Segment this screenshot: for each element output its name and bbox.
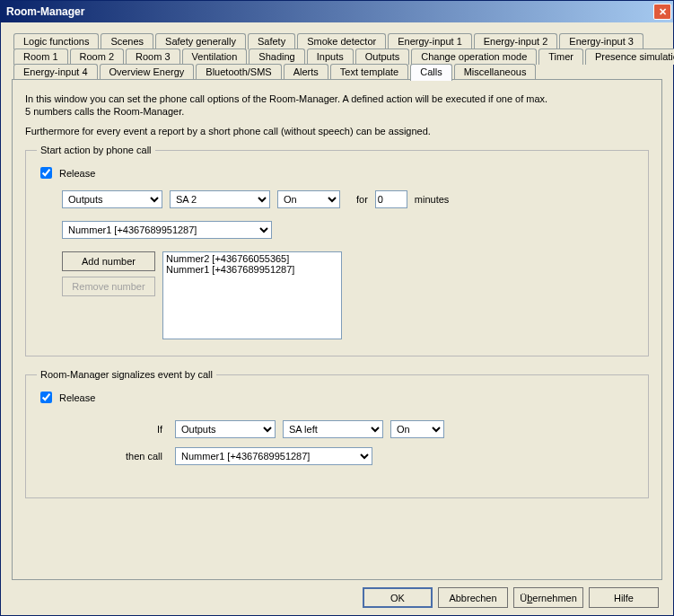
tab-timer[interactable]: Timer [538, 48, 583, 65]
desc-line-2: 5 numbers calls the Room-Manager. [25, 105, 649, 118]
list-item[interactable]: Nummer1 [+4367689951287] [164, 264, 340, 275]
tab-inputs[interactable]: Inputs [307, 48, 354, 65]
release-checkbox-1[interactable]: Release [37, 164, 637, 181]
then-label: then call [91, 451, 162, 462]
help-button[interactable]: Hilfe [589, 587, 659, 608]
tab-ventilation[interactable]: Ventilation [182, 48, 248, 65]
action-row: Outputs SA 2 On for minutes [62, 190, 637, 208]
legend-signalize-event: Room-Manager signalizes event by call [37, 369, 216, 380]
desc-line-3: Furthermore for every event a report by … [25, 125, 649, 137]
tab-room-2[interactable]: Room 2 [70, 48, 125, 65]
then-row: then call Nummer1 [+4367689951287] [91, 447, 637, 465]
number-select-row: Nummer1 [+4367689951287] [62, 221, 637, 239]
release-input-2[interactable] [40, 392, 52, 403]
tab-presence-simulation[interactable]: Presence simulation [585, 48, 674, 65]
tab-energy-input-2[interactable]: Energy-input 2 [474, 33, 558, 49]
titlebar: Room-Manager ✕ [1, 1, 673, 22]
window-title: Room-Manager [6, 5, 84, 18]
desc-line-1: In this window you can set the phone cal… [25, 92, 649, 105]
number-buttons: Add number Remove number [62, 251, 155, 296]
client-area: Logic functionsScenesSafety generallySaf… [1, 22, 673, 615]
tab-row-2: Room 1Room 2Room 3VentilationShadingInpu… [12, 48, 662, 65]
if-target-select[interactable]: SA left [283, 420, 383, 438]
number-list-row: Add number Remove number Nummer2 [+43676… [62, 251, 637, 339]
minutes-input[interactable] [375, 190, 407, 208]
tab-room-3[interactable]: Room 3 [126, 48, 180, 65]
number-listbox[interactable]: Nummer2 [+436766055365]Nummer1 [+4367689… [162, 251, 342, 339]
if-label: If [91, 424, 162, 435]
apply-button[interactable]: Übernehmen [513, 587, 583, 608]
tab-energy-input-1[interactable]: Energy-input 1 [388, 33, 472, 49]
tab-energy-input-3[interactable]: Energy-input 3 [559, 33, 643, 49]
tab-change-operation-mode[interactable]: Change operation mode [411, 48, 537, 65]
tab-content-calls: In this window you can set the phone cal… [12, 79, 662, 580]
tab-smoke-detector[interactable]: Smoke detector [297, 33, 386, 49]
number-select[interactable]: Nummer1 [+4367689951287] [62, 221, 272, 239]
release-checkbox-2[interactable]: Release [37, 389, 637, 406]
tab-safety[interactable]: Safety [248, 33, 295, 49]
action-category-select[interactable]: Outputs [62, 190, 162, 208]
then-number-select[interactable]: Nummer1 [+4367689951287] [175, 447, 372, 465]
ok-button[interactable]: OK [363, 587, 433, 608]
tab-rows: Logic functionsScenesSafety generallySaf… [12, 33, 662, 80]
dialog-buttons: OK Abbrechen Übernehmen Hilfe [12, 580, 662, 608]
tab-row-1: Logic functionsScenesSafety generallySaf… [12, 33, 662, 49]
tab-safety-generally[interactable]: Safety generally [155, 33, 246, 49]
cancel-button[interactable]: Abbrechen [438, 587, 508, 608]
tab-logic-functions[interactable]: Logic functions [13, 33, 99, 49]
tab-outputs[interactable]: Outputs [355, 48, 410, 65]
if-category-select[interactable]: Outputs [175, 420, 276, 438]
action-target-select[interactable]: SA 2 [170, 190, 270, 208]
for-label: for [356, 194, 368, 205]
description: In this window you can set the phone cal… [25, 92, 649, 118]
if-row: If Outputs SA left On [91, 420, 637, 438]
add-number-button[interactable]: Add number [62, 251, 155, 271]
tab-room-1[interactable]: Room 1 [13, 48, 68, 65]
list-item[interactable]: Nummer2 [+436766055365] [164, 253, 340, 264]
release-label-1: Release [59, 168, 95, 179]
tab-calls[interactable]: Calls [410, 64, 451, 81]
fieldset-signalize-event: Room-Manager signalizes event by call Re… [25, 369, 649, 498]
legend-start-action: Start action by phone call [37, 145, 155, 155]
remove-number-button: Remove number [62, 277, 155, 296]
tab-shading[interactable]: Shading [249, 48, 304, 65]
if-state-select[interactable]: On [390, 420, 444, 438]
action-state-select[interactable]: On [277, 190, 340, 208]
release-input-1[interactable] [40, 167, 52, 179]
room-manager-window: Room-Manager ✕ Logic functionsScenesSafe… [0, 0, 674, 616]
fieldset-start-action: Start action by phone call Release Outpu… [25, 145, 649, 356]
minutes-label: minutes [415, 194, 450, 205]
close-icon[interactable]: ✕ [653, 4, 671, 20]
tab-scenes[interactable]: Scenes [101, 33, 153, 49]
release-label-2: Release [59, 392, 95, 403]
